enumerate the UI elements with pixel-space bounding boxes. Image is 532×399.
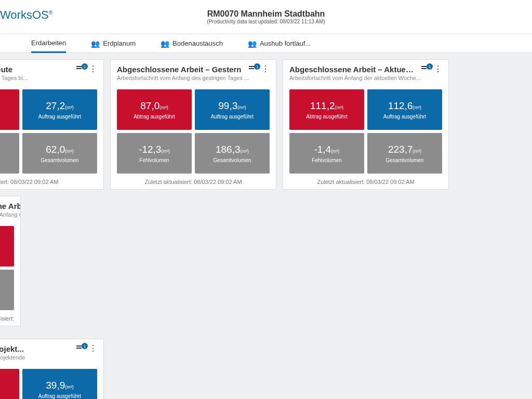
filter-count: 1: [82, 63, 88, 70]
kebab-menu-icon[interactable]: ⋮: [89, 65, 97, 73]
tab-label: Bodenaustausch: [172, 39, 223, 47]
card-subtitle: Arbeitsfortschritt vom Anfang d: [0, 211, 21, 218]
tab-label: Erdarbeiten: [31, 39, 66, 47]
people-icon: 👥: [161, 39, 169, 48]
tile-value: -1,4: [314, 144, 331, 155]
tile-gesamt: 186,3(m³) Gesamtvolumen: [195, 133, 270, 174]
tile-value: 39,9: [46, 380, 65, 391]
card-title: ene Arbeit – Projekt...: [0, 344, 25, 353]
tile-fehl: -258,2(m³) Fehlvolumen: [0, 270, 14, 310]
kebab-menu-icon[interactable]: ⋮: [89, 344, 97, 353]
filter-count: 1: [82, 343, 88, 349]
tab-label: Aushub fortlauf...: [260, 39, 311, 47]
tile-unit: (m³): [65, 384, 74, 390]
kebab-menu-icon[interactable]: ⋮: [434, 65, 442, 73]
filter-icon[interactable]: 1: [421, 65, 431, 73]
tile-unit: (m³): [237, 105, 246, 110]
tile-unit: (m³): [335, 105, 344, 110]
card-subtitle: n Projektbeginn bis Projektende: [0, 354, 25, 361]
tabs: Erdarbeiten 👥 Erdplanum 👥 Bodenaustausch…: [0, 34, 532, 53]
tile-fehl: -1,4(m³) Fehlvolumen: [289, 133, 364, 174]
tile-abtrag: (m³) führt: [0, 89, 19, 130]
tile-auftrag: 99,3(m³) Auftrag ausgeführt: [195, 89, 270, 130]
tile-abtrag: 111,2(m³) Abtrag ausgeführt: [289, 89, 364, 130]
tile-unit: (m³): [241, 149, 249, 154]
tile-unit: (m³): [65, 105, 74, 110]
card-gestern: Abgeschlossene Arbeit – Gestern Arbeitsf…: [110, 59, 276, 190]
tile-fehl: [0, 133, 19, 174]
card-footer: Zuletzt aktualisiert: 08/03/22 09:02 AM: [117, 179, 270, 185]
tile-unit: (m³): [413, 149, 422, 154]
tile-unit: (m³): [65, 149, 74, 154]
tile-value: 111,2: [310, 100, 335, 111]
tile-label: Abtrag ausgeführt: [306, 114, 348, 119]
tile-label: Abtrag ausgeführt: [134, 114, 175, 119]
card-subtitle: Arbeitsfortschritt vom Anfang der aktuel…: [289, 75, 421, 81]
card-projekt: ene Arbeit – Projekt... n Projektbeginn …: [0, 339, 104, 399]
tile-fehl: -12,3(m³) Fehlvolumen: [117, 133, 192, 174]
tile-value: 112,6: [388, 100, 413, 111]
tile-label: Auftrag ausgeführt: [38, 114, 81, 119]
card-footer: Zuletzt aktualisiert: 08/03/22 09:02 AM: [289, 179, 442, 185]
filter-count: 1: [254, 63, 260, 70]
tile-auftrag: 39,9(m³) Auftrag ausgeführt: [22, 369, 97, 399]
tile-label: Gesamtvolumen: [41, 157, 79, 163]
card-aktuell: Abgeschlossene Arbeit – Aktuell... Arbei…: [283, 59, 449, 190]
tile-value: -12,3: [139, 144, 161, 155]
card-title: ene Arbeit – Heute: [0, 65, 28, 74]
tile-unit: (m³): [331, 149, 340, 154]
logo-text: WorksOS: [0, 8, 49, 21]
filter-icon[interactable]: 1: [249, 65, 258, 73]
tab-erdplanum[interactable]: 👥 Erdplanum: [91, 34, 136, 53]
tile-value: 186,3: [216, 144, 241, 155]
tile-abtrag: 137,5(m³) Abtrag ausgeführt: [0, 226, 14, 267]
card-subtitle: m Ende des gestrigen Tages bi...: [0, 75, 28, 81]
tile-value: 62,0: [46, 144, 65, 155]
tab-bodenaustausch[interactable]: 👥 Bodenaustausch: [161, 34, 223, 53]
card-title: Abgeschlossene Arbeit – Aktuell...: [289, 65, 414, 74]
tile-label: Auftrag ausgeführt: [38, 393, 81, 399]
tile-unit: (m³): [161, 149, 170, 154]
people-icon: 👥: [248, 39, 257, 48]
tile-gesamt: 62,0(m³) Gesamtvolumen: [22, 133, 97, 174]
tile-label: Auftrag ausgeführt: [383, 114, 426, 119]
people-icon: 👥: [91, 39, 100, 48]
tile-auftrag: 27,2(m³) Auftrag ausgeführt: [22, 89, 97, 130]
filter-count: 1: [427, 63, 433, 70]
filter-icon[interactable]: 1: [76, 65, 86, 73]
tile-value: 87,0: [140, 100, 159, 111]
card-footer: Zuletzt aktualisiert:: [0, 315, 14, 322]
tile-label: Fehlvolumen: [139, 157, 169, 163]
tile-value: 27,2: [46, 100, 65, 111]
tab-erdarbeiten[interactable]: Erdarbeiten: [31, 34, 66, 53]
card-heute: ene Arbeit – Heute m Ende des gestrigen …: [0, 59, 104, 190]
card-subtitle: Arbeitsfortschritt vom Anfang des gestri…: [117, 75, 249, 81]
filter-icon[interactable]: 1: [76, 345, 86, 352]
tile-label: Fehlvolumen: [312, 157, 341, 163]
tile-value: 223,7: [388, 144, 413, 155]
registered-mark: ®: [49, 10, 52, 16]
project-title: RM0070 Mannheim Stadtbahn: [207, 9, 325, 19]
tile-abtrag: (m³): [0, 369, 19, 399]
header-center: RM0070 Mannheim Stadtbahn (Productivity …: [207, 9, 325, 24]
tile-gesamt: 223,7(m³) Gesamtvolumen: [367, 133, 442, 174]
tile-auftrag: 112,6(m³) Auftrag ausgeführt: [367, 89, 442, 130]
kebab-menu-icon[interactable]: ⋮: [261, 65, 270, 73]
tile-label: Auftrag ausgeführt: [211, 114, 254, 119]
header: WorksOS® RM0070 Mannheim Stadtbahn (Prod…: [0, 0, 532, 34]
tab-label: Erdplanum: [103, 39, 136, 47]
tile-abtrag: 87,0(m³) Abtrag ausgeführt: [117, 89, 192, 130]
card-title: Abgeschlossene Arbeit – Gestern: [117, 65, 242, 74]
project-subtitle: (Productivity data last updated: 08/03/2…: [207, 19, 325, 24]
tile-unit: (m³): [159, 105, 168, 110]
tab-aushub[interactable]: 👥 Aushub fortlauf...: [248, 34, 311, 53]
tile-value: 99,3: [218, 100, 237, 111]
tile-unit: (m³): [413, 105, 422, 110]
card-footer: ktualisiert: 08/03/22 09:02 AM: [0, 179, 97, 185]
card-title: Abgeschlossene Arbe: [0, 202, 21, 210]
logo: WorksOS®: [0, 8, 52, 22]
tile-label: Gesamtvolumen: [214, 157, 251, 163]
card-partial-right: Abgeschlossene Arbe Arbeitsfortschritt v…: [0, 196, 21, 326]
tile-label: Gesamtvolumen: [386, 157, 424, 163]
dashboard: ene Arbeit – Heute m Ende des gestrigen …: [0, 53, 532, 399]
